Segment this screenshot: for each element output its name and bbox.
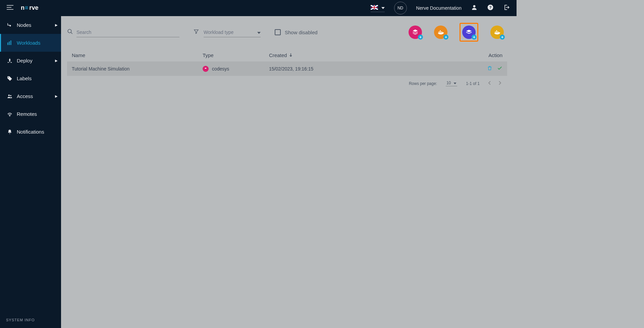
svg-point-6 <box>473 5 476 7</box>
add-docker-workload-button[interactable]: + <box>434 26 447 39</box>
sidebar-item-label: Workloads <box>17 40 41 46</box>
sidebar-item-deploy[interactable]: Deploy ▶ <box>0 52 61 69</box>
checkbox-label: Show disabled <box>285 30 318 35</box>
cell-name: Tutorial Machine Simulation <box>72 66 203 72</box>
svg-point-16 <box>9 115 10 116</box>
chevron-down-icon <box>257 30 261 35</box>
toolbar: Workload type Show disabled + <box>67 22 507 42</box>
column-created[interactable]: Created <box>269 52 476 58</box>
search-icon <box>67 29 73 36</box>
sidebar-item-nodes[interactable]: Nodes ▶ <box>0 16 61 34</box>
cell-type: codesys <box>212 66 229 72</box>
svg-rect-19 <box>439 32 440 33</box>
plus-badge-icon: + <box>472 35 477 40</box>
svg-rect-11 <box>9 41 10 45</box>
sidebar-item-label: Deploy <box>17 58 33 63</box>
avatar-initials: ND <box>397 6 403 10</box>
svg-text:rve: rve <box>29 5 38 11</box>
remotes-icon <box>6 111 13 117</box>
workload-type-select[interactable]: Workload type <box>204 28 261 37</box>
chevron-down-icon <box>453 81 457 85</box>
svg-rect-26 <box>496 31 497 32</box>
language-selector[interactable] <box>371 4 385 12</box>
svg-point-9 <box>10 25 11 26</box>
svg-point-13 <box>8 77 9 78</box>
plus-badge-icon: + <box>418 35 423 40</box>
system-info-link[interactable]: SYSTEM INFO <box>0 312 61 328</box>
sidebar-item-notifications[interactable]: Notifications <box>0 123 61 141</box>
search-input[interactable] <box>76 28 179 37</box>
user-avatar[interactable]: ND <box>394 2 407 14</box>
nodes-icon <box>6 22 13 28</box>
svg-text:n: n <box>21 5 24 11</box>
sidebar-item-label: Nodes <box>17 22 31 28</box>
deploy-icon <box>6 58 13 64</box>
sidebar-item-workloads[interactable]: Workloads <box>0 34 61 52</box>
column-action: Action <box>476 52 502 58</box>
rows-per-page-select[interactable]: 10 <box>446 81 457 86</box>
app-header: n≡rve ND Nerve Documentation ? <box>0 0 517 16</box>
sidebar-item-label: Remotes <box>17 111 37 117</box>
cell-created: 15/02/2023, 19:16:15 <box>269 66 476 72</box>
plus-badge-icon: + <box>500 35 505 40</box>
table-row[interactable]: Tutorial Machine Simulation codesys 15/0… <box>67 61 507 76</box>
pagination: Rows per page: 10 1-1 of 1 <box>67 81 507 86</box>
filter-icon <box>194 29 199 36</box>
svg-point-14 <box>8 94 10 96</box>
plus-badge-icon: + <box>443 35 448 40</box>
prev-page-icon[interactable] <box>488 81 491 86</box>
svg-rect-20 <box>440 32 441 33</box>
menu-toggle-icon[interactable] <box>7 5 13 11</box>
next-page-icon[interactable] <box>498 81 501 86</box>
workloads-icon <box>6 40 13 46</box>
uk-flag-icon <box>371 5 378 10</box>
column-type[interactable]: Type <box>203 52 269 58</box>
svg-rect-10 <box>7 42 8 45</box>
labels-icon <box>6 76 13 82</box>
chevron-down-icon <box>381 4 385 10</box>
sidebar-item-label: Labels <box>17 76 32 81</box>
delete-icon[interactable] <box>487 65 492 72</box>
add-codesys-workload-button[interactable]: + <box>409 26 422 39</box>
svg-rect-12 <box>10 40 11 45</box>
svg-rect-21 <box>441 32 442 33</box>
documentation-link[interactable]: Nerve Documentation <box>416 5 462 11</box>
sidebar-item-labels[interactable]: Labels <box>0 69 61 87</box>
select-placeholder: Workload type <box>204 30 233 35</box>
column-created-label: Created <box>269 52 287 58</box>
workloads-table: Name Type Created Action Tutorial Machin… <box>67 49 507 76</box>
logout-icon[interactable] <box>503 4 510 12</box>
help-icon[interactable]: ? <box>487 4 494 12</box>
chevron-right-icon: ▶ <box>55 23 58 27</box>
chevron-right-icon: ▶ <box>55 59 58 62</box>
sidebar-item-label: Notifications <box>17 129 44 135</box>
column-name[interactable]: Name <box>72 52 203 58</box>
add-vm-workload-button[interactable]: + <box>462 26 476 39</box>
svg-line-18 <box>71 32 72 34</box>
codesys-type-icon <box>203 66 209 72</box>
sort-down-icon <box>289 52 293 58</box>
add-compose-workload-button[interactable]: + <box>490 26 504 39</box>
checkbox-icon <box>275 29 281 35</box>
svg-point-17 <box>68 29 71 33</box>
sidebar: Nodes ▶ Workloads Deploy ▶ Labels <box>0 16 61 328</box>
svg-text:≡: ≡ <box>25 5 28 11</box>
svg-text:?: ? <box>489 5 491 9</box>
sidebar-item-remotes[interactable]: Remotes <box>0 105 61 123</box>
access-icon <box>6 93 13 99</box>
sidebar-item-access[interactable]: Access ▶ <box>0 87 61 105</box>
rows-per-page-label: Rows per page: <box>409 81 437 86</box>
svg-rect-22 <box>440 31 441 32</box>
highlighted-action: + <box>460 23 478 42</box>
confirm-icon[interactable] <box>497 65 502 72</box>
page-range: 1-1 of 1 <box>466 81 480 86</box>
show-disabled-checkbox[interactable]: Show disabled <box>275 29 318 35</box>
svg-point-15 <box>10 95 11 96</box>
svg-rect-24 <box>496 32 497 33</box>
profile-icon[interactable] <box>471 4 478 12</box>
svg-rect-25 <box>497 32 498 33</box>
chevron-right-icon: ▶ <box>55 94 58 98</box>
sidebar-item-label: Access <box>17 93 33 99</box>
table-header: Name Type Created Action <box>67 49 507 61</box>
main-content: Workload type Show disabled + <box>61 16 517 328</box>
